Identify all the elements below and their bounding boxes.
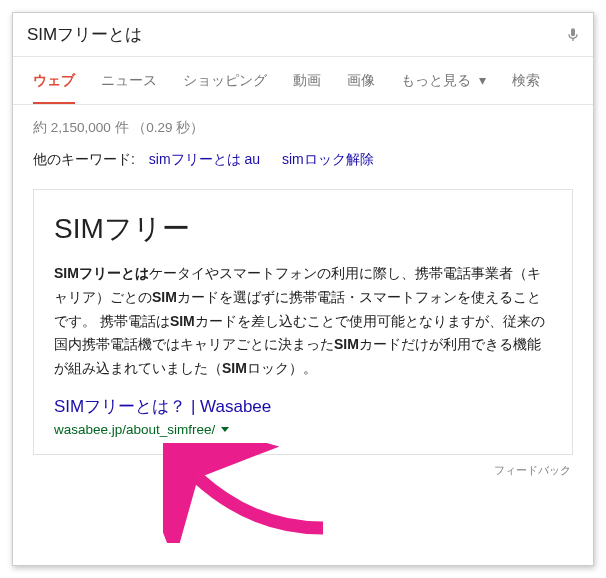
- related-keyword-link[interactable]: simロック解除: [282, 151, 374, 167]
- chevron-down-icon: ▾: [479, 73, 486, 88]
- tab-video[interactable]: 動画: [293, 57, 321, 104]
- annotation-arrow: [163, 443, 333, 547]
- tab-image[interactable]: 画像: [347, 57, 375, 104]
- search-input[interactable]: [27, 25, 565, 45]
- tab-more-label: もっと見る: [401, 73, 471, 88]
- tab-more[interactable]: もっと見る ▾: [401, 57, 486, 104]
- chevron-down-icon: [221, 427, 229, 432]
- answer-source-url[interactable]: wasabee.jp/about_simfree/: [54, 422, 229, 437]
- tab-web[interactable]: ウェブ: [33, 57, 75, 104]
- search-page-frame: ウェブ ニュース ショッピング 動画 画像 もっと見る ▾ 検索 約 2,150…: [12, 12, 594, 566]
- answer-card-body: SIMフリーとはケータイやスマートフォンの利用に際し、携帯電話事業者（キャリア）…: [54, 262, 552, 381]
- answer-card: SIMフリー SIMフリーとはケータイやスマートフォンの利用に際し、携帯電話事業…: [33, 189, 573, 455]
- answer-source-link[interactable]: SIMフリーとは？ | Wasabee: [54, 395, 552, 418]
- related-keywords: 他のキーワード: simフリーとは au simロック解除: [13, 151, 593, 189]
- answer-card-title: SIMフリー: [54, 210, 552, 248]
- tab-search-tools[interactable]: 検索: [512, 57, 540, 104]
- tab-news[interactable]: ニュース: [101, 57, 157, 104]
- search-tabs: ウェブ ニュース ショッピング 動画 画像 もっと見る ▾ 検索: [13, 57, 593, 105]
- answer-source-url-text: wasabee.jp/about_simfree/: [54, 422, 215, 437]
- result-stats: 約 2,150,000 件 （0.29 秒）: [13, 105, 593, 151]
- related-keyword-link[interactable]: simフリーとは au: [149, 151, 260, 167]
- tab-shopping[interactable]: ショッピング: [183, 57, 267, 104]
- related-keywords-label: 他のキーワード:: [33, 151, 135, 167]
- search-bar: [13, 13, 593, 57]
- feedback-link[interactable]: フィードバック: [13, 463, 593, 478]
- mic-icon[interactable]: [565, 24, 581, 46]
